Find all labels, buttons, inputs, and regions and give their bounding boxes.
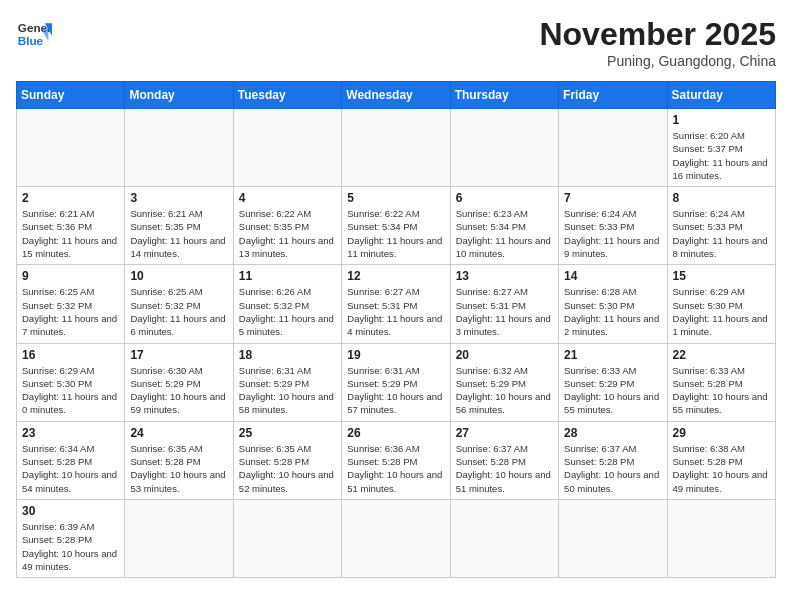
day-info: Sunrise: 6:22 AM Sunset: 5:35 PM Dayligh… (239, 207, 336, 260)
day-info: Sunrise: 6:25 AM Sunset: 5:32 PM Dayligh… (22, 285, 119, 338)
week-row-5: 30Sunrise: 6:39 AM Sunset: 5:28 PM Dayli… (17, 499, 776, 577)
week-row-2: 9Sunrise: 6:25 AM Sunset: 5:32 PM Daylig… (17, 265, 776, 343)
month-title: November 2025 (539, 16, 776, 53)
day-number: 28 (564, 426, 661, 440)
calendar-cell: 10Sunrise: 6:25 AM Sunset: 5:32 PM Dayli… (125, 265, 233, 343)
day-number: 11 (239, 269, 336, 283)
calendar-cell: 24Sunrise: 6:35 AM Sunset: 5:28 PM Dayli… (125, 421, 233, 499)
calendar-cell: 4Sunrise: 6:22 AM Sunset: 5:35 PM Daylig… (233, 187, 341, 265)
day-info: Sunrise: 6:20 AM Sunset: 5:37 PM Dayligh… (673, 129, 770, 182)
day-info: Sunrise: 6:21 AM Sunset: 5:36 PM Dayligh… (22, 207, 119, 260)
day-info: Sunrise: 6:38 AM Sunset: 5:28 PM Dayligh… (673, 442, 770, 495)
day-number: 7 (564, 191, 661, 205)
calendar-cell: 9Sunrise: 6:25 AM Sunset: 5:32 PM Daylig… (17, 265, 125, 343)
svg-text:Blue: Blue (18, 34, 44, 47)
calendar-cell: 11Sunrise: 6:26 AM Sunset: 5:32 PM Dayli… (233, 265, 341, 343)
calendar-cell: 21Sunrise: 6:33 AM Sunset: 5:29 PM Dayli… (559, 343, 667, 421)
day-info: Sunrise: 6:23 AM Sunset: 5:34 PM Dayligh… (456, 207, 553, 260)
day-number: 22 (673, 348, 770, 362)
day-info: Sunrise: 6:39 AM Sunset: 5:28 PM Dayligh… (22, 520, 119, 573)
day-info: Sunrise: 6:21 AM Sunset: 5:35 PM Dayligh… (130, 207, 227, 260)
calendar-cell: 18Sunrise: 6:31 AM Sunset: 5:29 PM Dayli… (233, 343, 341, 421)
weekday-header-tuesday: Tuesday (233, 82, 341, 109)
day-number: 21 (564, 348, 661, 362)
week-row-3: 16Sunrise: 6:29 AM Sunset: 5:30 PM Dayli… (17, 343, 776, 421)
calendar-cell: 14Sunrise: 6:28 AM Sunset: 5:30 PM Dayli… (559, 265, 667, 343)
calendar-cell: 27Sunrise: 6:37 AM Sunset: 5:28 PM Dayli… (450, 421, 558, 499)
day-number: 14 (564, 269, 661, 283)
calendar-cell: 2Sunrise: 6:21 AM Sunset: 5:36 PM Daylig… (17, 187, 125, 265)
calendar-cell: 5Sunrise: 6:22 AM Sunset: 5:34 PM Daylig… (342, 187, 450, 265)
day-info: Sunrise: 6:34 AM Sunset: 5:28 PM Dayligh… (22, 442, 119, 495)
calendar: SundayMondayTuesdayWednesdayThursdayFrid… (16, 81, 776, 578)
calendar-cell (342, 499, 450, 577)
logo: General Blue (16, 16, 52, 52)
calendar-cell: 17Sunrise: 6:30 AM Sunset: 5:29 PM Dayli… (125, 343, 233, 421)
day-number: 1 (673, 113, 770, 127)
day-info: Sunrise: 6:24 AM Sunset: 5:33 PM Dayligh… (673, 207, 770, 260)
day-number: 25 (239, 426, 336, 440)
day-number: 5 (347, 191, 444, 205)
calendar-cell: 25Sunrise: 6:35 AM Sunset: 5:28 PM Dayli… (233, 421, 341, 499)
calendar-cell: 28Sunrise: 6:37 AM Sunset: 5:28 PM Dayli… (559, 421, 667, 499)
weekday-header-row: SundayMondayTuesdayWednesdayThursdayFrid… (17, 82, 776, 109)
day-info: Sunrise: 6:35 AM Sunset: 5:28 PM Dayligh… (239, 442, 336, 495)
day-number: 16 (22, 348, 119, 362)
day-number: 20 (456, 348, 553, 362)
calendar-cell: 16Sunrise: 6:29 AM Sunset: 5:30 PM Dayli… (17, 343, 125, 421)
logo-icon: General Blue (16, 16, 52, 52)
calendar-cell: 30Sunrise: 6:39 AM Sunset: 5:28 PM Dayli… (17, 499, 125, 577)
calendar-cell: 3Sunrise: 6:21 AM Sunset: 5:35 PM Daylig… (125, 187, 233, 265)
calendar-cell (125, 499, 233, 577)
day-number: 2 (22, 191, 119, 205)
calendar-cell (667, 499, 775, 577)
day-info: Sunrise: 6:31 AM Sunset: 5:29 PM Dayligh… (347, 364, 444, 417)
day-number: 15 (673, 269, 770, 283)
calendar-cell (17, 109, 125, 187)
calendar-cell: 23Sunrise: 6:34 AM Sunset: 5:28 PM Dayli… (17, 421, 125, 499)
day-number: 9 (22, 269, 119, 283)
day-info: Sunrise: 6:26 AM Sunset: 5:32 PM Dayligh… (239, 285, 336, 338)
calendar-cell: 15Sunrise: 6:29 AM Sunset: 5:30 PM Dayli… (667, 265, 775, 343)
calendar-cell (450, 499, 558, 577)
day-number: 27 (456, 426, 553, 440)
weekday-header-monday: Monday (125, 82, 233, 109)
day-number: 13 (456, 269, 553, 283)
calendar-cell: 7Sunrise: 6:24 AM Sunset: 5:33 PM Daylig… (559, 187, 667, 265)
calendar-cell: 20Sunrise: 6:32 AM Sunset: 5:29 PM Dayli… (450, 343, 558, 421)
location-subtitle: Puning, Guangdong, China (539, 53, 776, 69)
calendar-cell (559, 109, 667, 187)
calendar-cell: 6Sunrise: 6:23 AM Sunset: 5:34 PM Daylig… (450, 187, 558, 265)
title-area: November 2025 Puning, Guangdong, China (539, 16, 776, 69)
weekday-header-wednesday: Wednesday (342, 82, 450, 109)
day-number: 10 (130, 269, 227, 283)
calendar-cell: 13Sunrise: 6:27 AM Sunset: 5:31 PM Dayli… (450, 265, 558, 343)
day-number: 4 (239, 191, 336, 205)
day-info: Sunrise: 6:32 AM Sunset: 5:29 PM Dayligh… (456, 364, 553, 417)
weekday-header-sunday: Sunday (17, 82, 125, 109)
week-row-4: 23Sunrise: 6:34 AM Sunset: 5:28 PM Dayli… (17, 421, 776, 499)
day-info: Sunrise: 6:35 AM Sunset: 5:28 PM Dayligh… (130, 442, 227, 495)
day-number: 6 (456, 191, 553, 205)
day-number: 23 (22, 426, 119, 440)
weekday-header-friday: Friday (559, 82, 667, 109)
day-info: Sunrise: 6:33 AM Sunset: 5:28 PM Dayligh… (673, 364, 770, 417)
weekday-header-thursday: Thursday (450, 82, 558, 109)
day-info: Sunrise: 6:27 AM Sunset: 5:31 PM Dayligh… (456, 285, 553, 338)
day-info: Sunrise: 6:36 AM Sunset: 5:28 PM Dayligh… (347, 442, 444, 495)
calendar-cell (125, 109, 233, 187)
day-info: Sunrise: 6:37 AM Sunset: 5:28 PM Dayligh… (564, 442, 661, 495)
day-info: Sunrise: 6:29 AM Sunset: 5:30 PM Dayligh… (22, 364, 119, 417)
calendar-cell (450, 109, 558, 187)
day-number: 12 (347, 269, 444, 283)
day-info: Sunrise: 6:22 AM Sunset: 5:34 PM Dayligh… (347, 207, 444, 260)
calendar-cell: 19Sunrise: 6:31 AM Sunset: 5:29 PM Dayli… (342, 343, 450, 421)
calendar-cell: 12Sunrise: 6:27 AM Sunset: 5:31 PM Dayli… (342, 265, 450, 343)
calendar-cell (559, 499, 667, 577)
day-info: Sunrise: 6:28 AM Sunset: 5:30 PM Dayligh… (564, 285, 661, 338)
week-row-0: 1Sunrise: 6:20 AM Sunset: 5:37 PM Daylig… (17, 109, 776, 187)
calendar-cell: 8Sunrise: 6:24 AM Sunset: 5:33 PM Daylig… (667, 187, 775, 265)
day-info: Sunrise: 6:31 AM Sunset: 5:29 PM Dayligh… (239, 364, 336, 417)
day-number: 19 (347, 348, 444, 362)
calendar-cell (233, 109, 341, 187)
